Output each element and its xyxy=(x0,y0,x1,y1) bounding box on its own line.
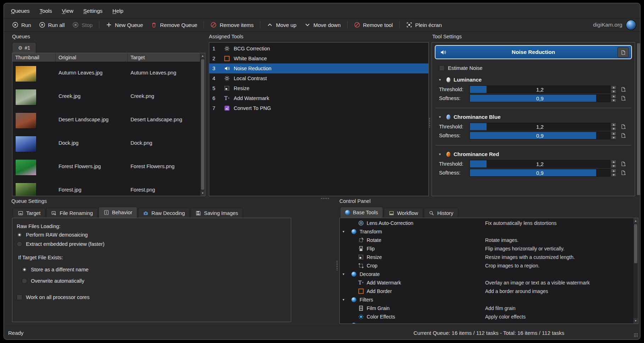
queue-item-desert-landscape-jpg[interactable]: Desert Landscape.jpg Desert Landscape.pn… xyxy=(12,109,200,132)
menu-item-queues[interactable]: Queues xyxy=(11,8,30,14)
scroll-up-icon[interactable]: ▲ xyxy=(633,218,638,223)
chrominance-red-threshold-slider[interactable]: 1,2 xyxy=(470,160,610,168)
control-panel-scrollbar[interactable]: ▲ ▼ xyxy=(633,218,638,323)
store-different-name-radio[interactable]: Store as a different name xyxy=(17,265,287,274)
section-header-luminance[interactable]: ▾ Luminance xyxy=(439,77,635,83)
all-processor-cores-checkbox[interactable]: Work on all processor cores xyxy=(17,293,287,302)
tree-item-film-grain[interactable]: Film GrainAdd film grain xyxy=(340,304,638,312)
tree-item-flip[interactable]: FlipFlip images horizontally or vertical… xyxy=(340,244,638,253)
queue-tab-1[interactable]: ⚙ #1 xyxy=(12,42,36,53)
spin-up-button[interactable]: ▲ xyxy=(611,85,616,89)
spin-up-button[interactable]: ▲ xyxy=(611,169,616,173)
scrollbar-thumb[interactable] xyxy=(634,224,637,263)
tree-item-add-border[interactable]: Add BorderAdd a border around images xyxy=(340,287,638,295)
scrollbar-thumb[interactable] xyxy=(637,43,640,195)
chrominance-blue-softness-slider[interactable]: 0,9 xyxy=(470,132,610,139)
move-up-button[interactable]: Move up xyxy=(263,20,300,30)
tool-settings-scrollbar[interactable] xyxy=(636,42,640,196)
chrominance-red-softness-slider[interactable]: 0,9 xyxy=(470,169,610,177)
expander-icon[interactable]: ▾ xyxy=(343,230,348,233)
scroll-down-icon[interactable]: ▼ xyxy=(633,318,638,323)
chrominance-red-softness-reset-button[interactable] xyxy=(620,170,626,176)
resize-grip[interactable] xyxy=(634,333,638,337)
control-panel-tab-base-tools[interactable]: Base Tools xyxy=(340,207,383,218)
queue-item-forest-jpg[interactable]: Forest.jpg Forest.png xyxy=(12,179,200,196)
spin-up-button[interactable]: ▲ xyxy=(611,132,616,135)
collapse-arrow-icon[interactable]: ▾ xyxy=(439,153,443,156)
assigned-tool-convert-to-png[interactable]: 7 Convert To PNG xyxy=(209,103,428,113)
queue-settings-tab-behavior[interactable]: Behavior xyxy=(99,207,137,218)
menu-item-help[interactable]: Help xyxy=(112,8,123,14)
section-header-chrominance-red[interactable]: ▾ Chrominance Red xyxy=(439,151,635,157)
collapse-arrow-icon[interactable]: ▾ xyxy=(439,78,443,82)
assigned-tool-local-contrast[interactable]: 4 Local Contrast xyxy=(209,73,428,83)
run-all-button[interactable]: Run all xyxy=(35,20,69,30)
new-queue-button[interactable]: New Queue xyxy=(102,20,147,30)
queue-settings-tab-raw-decoding[interactable]: Raw Decoding xyxy=(138,208,190,218)
tree-item-color-effects[interactable]: Color EffectsApply color effects xyxy=(340,312,638,321)
expander-icon[interactable]: ▾ xyxy=(343,272,348,276)
luminance-threshold-reset-button[interactable] xyxy=(620,87,626,92)
spin-down-button[interactable]: ▼ xyxy=(611,136,616,140)
control-panel-tab-workflow[interactable]: Workflow xyxy=(384,208,423,218)
extract-embedded-preview-radio[interactable]: Extract embedded preview (faster) xyxy=(17,239,287,249)
chrominance-blue-threshold-slider[interactable]: 1,2 xyxy=(470,123,610,131)
assigned-tool-add-watermark[interactable]: 6 T+ Add Watermark xyxy=(209,93,428,103)
assigned-tool-resize[interactable]: 5 Resize xyxy=(209,83,428,93)
menu-item-settings[interactable]: Settings xyxy=(83,8,102,14)
scroll-up-icon[interactable]: ▲ xyxy=(200,53,205,59)
queue-settings-tab-saving-images[interactable]: Saving Images xyxy=(190,208,243,218)
tool-settings-header-button[interactable] xyxy=(617,47,629,57)
queue-item-autumn-leaves-jpg[interactable]: Autumn Leaves.jpg Autumn Leaves.png xyxy=(12,62,200,85)
horizontal-splitter-handle[interactable] xyxy=(321,198,330,200)
run-button[interactable]: Run xyxy=(8,20,35,30)
fullscreen-button[interactable]: Plein écran xyxy=(402,20,446,30)
spin-down-button[interactable]: ▼ xyxy=(611,173,616,177)
chrominance-blue-softness-reset-button[interactable] xyxy=(620,133,626,138)
scrollbar-thumb[interactable] xyxy=(201,59,204,190)
collapse-arrow-icon[interactable]: ▾ xyxy=(439,115,443,119)
control-panel-splitter-handle[interactable] xyxy=(336,260,338,270)
luminance-softness-slider[interactable]: 0,9 xyxy=(470,94,610,102)
menu-item-tools[interactable]: Tools xyxy=(40,8,52,14)
chrominance-blue-threshold-reset-button[interactable] xyxy=(620,124,626,129)
tree-item-resize[interactable]: ResizeResize images with a customized le… xyxy=(340,253,638,261)
tree-category-decorate[interactable]: ▾Decorate xyxy=(340,270,638,278)
move-down-button[interactable]: Move down xyxy=(300,20,345,30)
spin-up-button[interactable]: ▲ xyxy=(611,123,616,127)
assigned-tool-white-balance[interactable]: 2 White Balance xyxy=(209,54,428,63)
chrominance-red-threshold-reset-button[interactable] xyxy=(620,161,626,167)
tree-item-add-watermark[interactable]: T+Add WatermarkOverlay an image or text … xyxy=(340,278,638,287)
luminance-softness-reset-button[interactable] xyxy=(620,95,626,101)
queue-settings-tab-target[interactable]: Target xyxy=(13,208,45,218)
menu-item-view[interactable]: View xyxy=(62,8,73,14)
queue-item-forest-flowers-jpg[interactable]: Forest Flowers.jpg Forest Flowers.png xyxy=(12,155,200,179)
expander-icon[interactable]: ▾ xyxy=(343,298,348,301)
section-header-chrominance-blue[interactable]: ▾ Chrominance Blue xyxy=(439,114,635,120)
estimate-noise-checkbox[interactable] xyxy=(439,65,445,71)
tool-settings-splitter-handle[interactable] xyxy=(429,117,431,127)
spin-down-button[interactable]: ▼ xyxy=(611,90,616,94)
spin-down-button[interactable]: ▼ xyxy=(611,127,616,131)
tree-category-transform[interactable]: ▾Transform xyxy=(340,227,638,236)
queue-item-dock-jpg[interactable]: Dock.jpg Dock.png xyxy=(12,132,200,155)
assigned-tool-noise-reduction[interactable]: 3 Noise Reduction xyxy=(209,63,428,73)
column-header-thumbnail[interactable]: Thumbnail xyxy=(12,53,56,62)
queues-scrollbar[interactable]: ▲ ▼ xyxy=(200,53,205,196)
remove-tool-button[interactable]: Remove tool xyxy=(350,20,397,30)
column-header-target[interactable]: Target xyxy=(128,53,201,62)
tree-item-rotate[interactable]: RotateRotate images. xyxy=(340,236,638,244)
remove-items-button[interactable]: Remove items xyxy=(206,20,257,30)
expander-icon[interactable]: ▾ xyxy=(343,323,348,324)
overwrite-automatically-radio[interactable]: Overwrite automatically xyxy=(17,276,287,286)
spin-up-button[interactable]: ▲ xyxy=(611,94,616,98)
queue-settings-tab-file-renaming[interactable]: File Renaming xyxy=(46,208,98,218)
queue-item-creek-jpg[interactable]: Creek.jpg Creek.png xyxy=(12,85,200,109)
spin-up-button[interactable]: ▲ xyxy=(611,160,616,164)
tree-item-crop[interactable]: CropCrop images to a region. xyxy=(340,261,638,270)
spin-down-button[interactable]: ▼ xyxy=(611,99,616,103)
luminance-threshold-slider[interactable]: 1,2 xyxy=(470,85,610,93)
control-panel-tab-history[interactable]: History xyxy=(424,208,458,218)
perform-raw-demosaicing-radio[interactable]: Perform RAW demosaicing xyxy=(17,230,287,239)
remove-queue-button[interactable]: Remove Queue xyxy=(147,20,201,30)
